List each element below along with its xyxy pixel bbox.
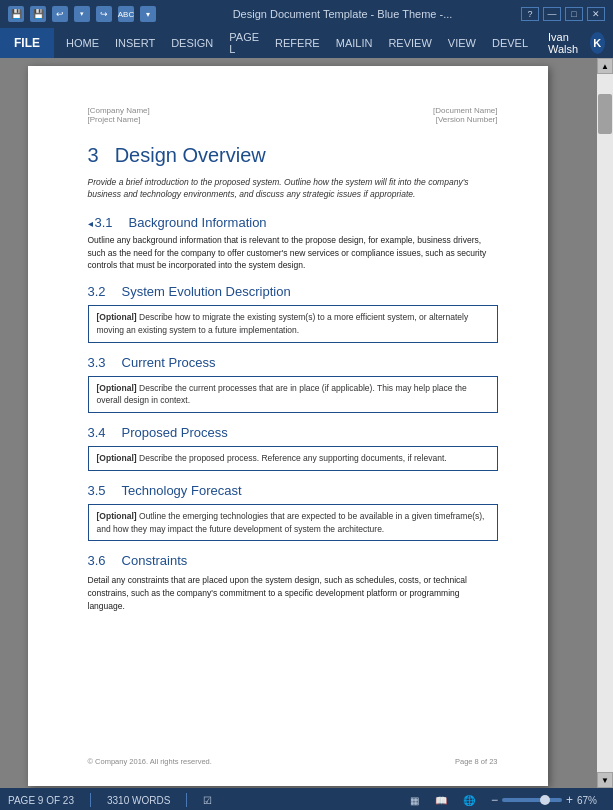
section-32-body: Describe how to migrate the existing sys…: [97, 312, 469, 335]
section-32-heading: 3.2 System Evolution Description: [88, 284, 498, 299]
scroll-track[interactable]: [597, 74, 613, 772]
ribbon: FILE HOME INSERT DESIGN PAGE L REFERE MA…: [0, 28, 613, 58]
window-controls[interactable]: ? — □ ✕: [521, 7, 605, 21]
optional-label-34: [Optional]: [97, 453, 137, 463]
tab-page-layout[interactable]: PAGE L: [221, 28, 267, 58]
save-icon[interactable]: 💾: [8, 6, 24, 22]
undo-dropdown-icon[interactable]: ▾: [74, 6, 90, 22]
tab-home[interactable]: HOME: [58, 28, 107, 58]
section-32-title: System Evolution Description: [122, 284, 291, 299]
vertical-scrollbar[interactable]: ▲ ▼: [597, 58, 613, 788]
undo-icon[interactable]: ↩: [52, 6, 68, 22]
section-33-number: 3.3: [88, 355, 106, 370]
section-34-number: 3.4: [88, 425, 106, 440]
zoom-area: − + 67%: [491, 793, 605, 807]
tab-review[interactable]: REVIEW: [380, 28, 439, 58]
file-tab[interactable]: FILE: [0, 28, 54, 58]
layout-icon[interactable]: ▦: [410, 795, 419, 806]
section-34-title: Proposed Process: [122, 425, 228, 440]
section-3-heading: 3 Design Overview: [88, 144, 498, 167]
section-35-optional-box: [Optional] Outline the emerging technolo…: [88, 504, 498, 542]
collapse-icon-31[interactable]: ◂: [88, 218, 93, 229]
tab-design[interactable]: DESIGN: [163, 28, 221, 58]
document-name-field: [Document Name]: [433, 106, 497, 115]
zoom-percent: 67%: [577, 795, 605, 806]
section-35-title: Technology Forecast: [122, 483, 242, 498]
company-name-field: [Company Name]: [88, 106, 150, 115]
minimize-button[interactable]: —: [543, 7, 561, 21]
optional-label-32: [Optional]: [97, 312, 137, 322]
page-count-status: PAGE 9 OF 23: [8, 795, 74, 806]
section-36-heading: 3.6 Constraints: [88, 553, 498, 568]
section-3-title: Design Overview: [115, 144, 266, 167]
section-36-number: 3.6: [88, 553, 106, 568]
maximize-button[interactable]: □: [565, 7, 583, 21]
section-3-number: 3: [88, 144, 99, 167]
zoom-slider[interactable]: [502, 798, 562, 802]
section-36-body: Detail any constraints that are placed u…: [88, 574, 498, 612]
more-icon[interactable]: ▾: [140, 6, 156, 22]
section-33-heading: 3.3 Current Process: [88, 355, 498, 370]
document-area: [Company Name] [Project Name] [Document …: [0, 58, 613, 788]
section-33-optional-box: [Optional] Describe the current processe…: [88, 376, 498, 414]
section-31-body: Outline any background information that …: [88, 234, 498, 272]
tab-view[interactable]: VIEW: [440, 28, 484, 58]
version-number-field: [Version Number]: [433, 115, 497, 124]
zoom-in-button[interactable]: +: [566, 793, 573, 807]
tab-mailings[interactable]: MAILIN: [328, 28, 381, 58]
footer-page-number: Page 8 of 23: [455, 757, 498, 766]
scroll-up-button[interactable]: ▲: [597, 58, 613, 74]
header-left: [Company Name] [Project Name]: [88, 106, 150, 124]
redo-icon[interactable]: ↪: [96, 6, 112, 22]
user-name: Ivan Walsh: [548, 31, 586, 55]
spell-icon[interactable]: ABC: [118, 6, 134, 22]
section-34-body: Describe the proposed process. Reference…: [139, 453, 447, 463]
zoom-out-button[interactable]: −: [491, 793, 498, 807]
section-34-optional-box: [Optional] Describe the proposed process…: [88, 446, 498, 471]
word-count-status: 3310 WORDS: [107, 795, 170, 806]
section-34-heading: 3.4 Proposed Process: [88, 425, 498, 440]
close-button[interactable]: ✕: [587, 7, 605, 21]
section-35-body: Outline the emerging technologies that a…: [97, 511, 485, 534]
section-32-number: 3.2: [88, 284, 106, 299]
zoom-thumb[interactable]: [540, 795, 550, 805]
section-36-title: Constraints: [122, 553, 188, 568]
user-area: Ivan Walsh K: [540, 31, 613, 55]
section-32-text: [Optional] Describe how to migrate the e…: [97, 311, 489, 337]
section-35-text: [Optional] Outline the emerging technolo…: [97, 510, 489, 536]
scroll-thumb[interactable]: [598, 94, 612, 134]
status-separator-1: [90, 793, 91, 807]
optional-label-33: [Optional]: [97, 383, 137, 393]
page-header: [Company Name] [Project Name] [Document …: [88, 106, 498, 124]
section-31-title: Background Information: [129, 215, 267, 230]
title-bar: 💾 💾 ↩ ▾ ↪ ABC ▾ Design Document Template…: [0, 0, 613, 28]
ribbon-tabs: HOME INSERT DESIGN PAGE L REFERE MAILIN …: [54, 28, 540, 58]
read-mode-icon[interactable]: 📖: [435, 795, 447, 806]
status-separator-2: [186, 793, 187, 807]
document-scroll: [Company Name] [Project Name] [Document …: [0, 58, 597, 788]
proofing-icon[interactable]: ☑: [203, 795, 212, 806]
user-avatar[interactable]: K: [590, 32, 605, 54]
tab-developer[interactable]: DEVEL: [484, 28, 536, 58]
section-31-number: 3.1: [95, 215, 113, 230]
tab-references[interactable]: REFERE: [267, 28, 328, 58]
section-33-body: Describe the current processes that are …: [97, 383, 467, 406]
header-right: [Document Name] [Version Number]: [433, 106, 497, 124]
section-3-intro: Provide a brief introduction to the prop…: [88, 177, 498, 201]
optional-label-35: [Optional]: [97, 511, 137, 521]
section-33-title: Current Process: [122, 355, 216, 370]
help-button[interactable]: ?: [521, 7, 539, 21]
footer-copyright: © Company 2016. All rights reserved.: [88, 757, 212, 766]
section-35-heading: 3.5 Technology Forecast: [88, 483, 498, 498]
tab-insert[interactable]: INSERT: [107, 28, 163, 58]
window-title: Design Document Template - Blue Theme -.…: [164, 8, 521, 20]
section-33-text: [Optional] Describe the current processe…: [97, 382, 489, 408]
scroll-down-button[interactable]: ▼: [597, 772, 613, 788]
save2-icon[interactable]: 💾: [30, 6, 46, 22]
page-footer: © Company 2016. All rights reserved. Pag…: [88, 757, 498, 766]
section-35-number: 3.5: [88, 483, 106, 498]
quick-access-toolbar[interactable]: 💾 💾 ↩ ▾ ↪ ABC ▾: [8, 6, 156, 22]
ribbon-tab-row: FILE HOME INSERT DESIGN PAGE L REFERE MA…: [0, 28, 613, 58]
web-layout-icon[interactable]: 🌐: [463, 795, 475, 806]
status-bar: PAGE 9 OF 23 3310 WORDS ☑ ▦ 📖 🌐 − + 67%: [0, 788, 613, 810]
